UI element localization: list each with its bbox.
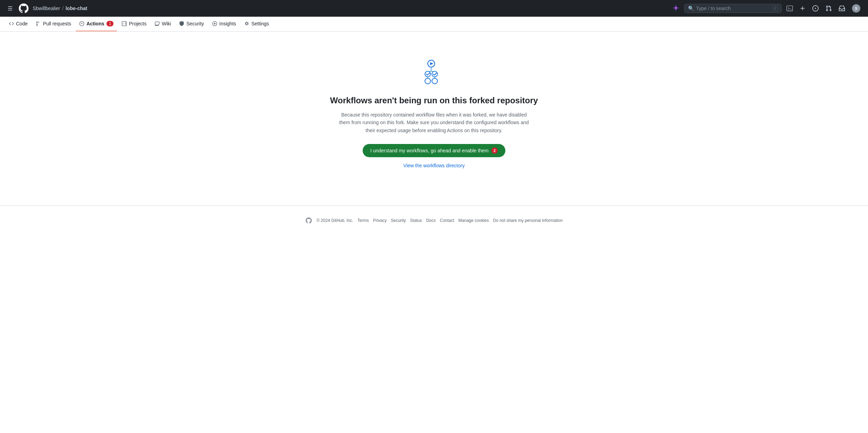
tab-settings[interactable]: Settings: [241, 17, 273, 31]
avatar-button[interactable]: S: [850, 2, 862, 15]
tab-code[interactable]: Code: [6, 17, 31, 31]
wiki-nav-icon: [155, 21, 160, 26]
actions-nav-icon: [79, 21, 84, 26]
inbox-button[interactable]: [837, 3, 847, 14]
tab-wiki-label: Wiki: [162, 21, 171, 26]
svg-point-3: [425, 71, 431, 77]
tab-actions-label: Actions: [86, 21, 104, 26]
tab-insights-label: Insights: [219, 21, 236, 26]
pr-button[interactable]: [823, 3, 834, 14]
terminal-button[interactable]: [784, 3, 795, 14]
pr-nav-icon: [36, 21, 41, 26]
plus-icon: [800, 6, 805, 11]
svg-point-4: [432, 71, 437, 77]
footer-security[interactable]: Security: [391, 218, 406, 223]
svg-marker-1: [430, 62, 433, 65]
inbox-icon: [839, 5, 845, 11]
issue-icon: [812, 5, 819, 11]
tab-security[interactable]: Security: [176, 17, 207, 31]
tab-projects-label: Projects: [129, 21, 147, 26]
terminal-icon: [787, 5, 793, 11]
search-shortcut-kbd: /: [773, 6, 778, 11]
enable-workflows-button[interactable]: I understand my workflows, go ahead and …: [363, 144, 505, 157]
svg-point-7: [425, 78, 431, 84]
footer-privacy[interactable]: Privacy: [373, 218, 387, 223]
repo-nav: Code Pull requests Actions 1 Projects Wi…: [0, 17, 868, 32]
insights-nav-icon: [212, 21, 217, 26]
github-logo: [18, 3, 29, 14]
svg-point-8: [432, 78, 437, 84]
tab-pull-requests[interactable]: Pull requests: [32, 17, 74, 31]
tab-pr-label: Pull requests: [43, 21, 71, 26]
search-placeholder: Type / to search: [696, 6, 771, 11]
page-description: Because this repository contained workfl…: [337, 111, 531, 134]
projects-nav-icon: [122, 21, 127, 26]
main-content: Workflows aren't being run on this forke…: [0, 32, 868, 206]
copilot-icon: [672, 5, 679, 12]
repo-name: lobe-chat: [65, 6, 87, 11]
hamburger-menu-button[interactable]: ☰: [6, 3, 15, 14]
enable-button-badge: 2: [491, 147, 498, 154]
repo-path: Sbwillbealier / lobe-chat: [33, 6, 87, 11]
tab-settings-label: Settings: [251, 21, 269, 26]
tab-actions[interactable]: Actions 1: [76, 17, 117, 31]
tab-code-label: Code: [16, 21, 27, 26]
workflow-illustration: [420, 59, 448, 87]
avatar: S: [852, 4, 860, 13]
enable-button-label: I understand my workflows, go ahead and …: [370, 148, 489, 153]
tab-security-label: Security: [186, 21, 204, 26]
footer-manage-cookies[interactable]: Manage cookies: [458, 218, 489, 223]
footer-docs[interactable]: Docs: [426, 218, 435, 223]
pull-request-icon: [826, 5, 832, 11]
actions-badge: 1: [106, 21, 114, 26]
copilot-button[interactable]: [670, 3, 681, 14]
top-bar: ☰ Sbwillbealier / lobe-chat 🔍 Type / to …: [0, 0, 868, 17]
footer-copyright: © 2024 GitHub, Inc.: [316, 218, 353, 223]
footer-github-logo: [305, 217, 312, 224]
footer: © 2024 GitHub, Inc. Terms Privacy Securi…: [0, 206, 868, 235]
tab-wiki[interactable]: Wiki: [151, 17, 174, 31]
user-link[interactable]: Sbwillbealier: [33, 6, 60, 11]
security-nav-icon: [179, 21, 184, 26]
tab-projects[interactable]: Projects: [118, 17, 150, 31]
page-title: Workflows aren't being run on this forke…: [330, 96, 538, 105]
footer-do-not-share[interactable]: Do not share my personal information: [493, 218, 562, 223]
footer-status[interactable]: Status: [410, 218, 422, 223]
settings-nav-icon: [244, 21, 249, 26]
new-button[interactable]: [798, 3, 807, 13]
issues-button[interactable]: [810, 3, 821, 14]
footer-contact[interactable]: Contact: [440, 218, 454, 223]
footer-terms[interactable]: Terms: [357, 218, 369, 223]
tab-insights[interactable]: Insights: [209, 17, 239, 31]
search-icon: 🔍: [688, 6, 694, 11]
view-workflows-link[interactable]: View the workflows directory: [403, 163, 465, 168]
path-separator: /: [62, 6, 64, 11]
code-icon: [9, 21, 14, 26]
search-bar[interactable]: 🔍 Type / to search /: [684, 4, 782, 13]
